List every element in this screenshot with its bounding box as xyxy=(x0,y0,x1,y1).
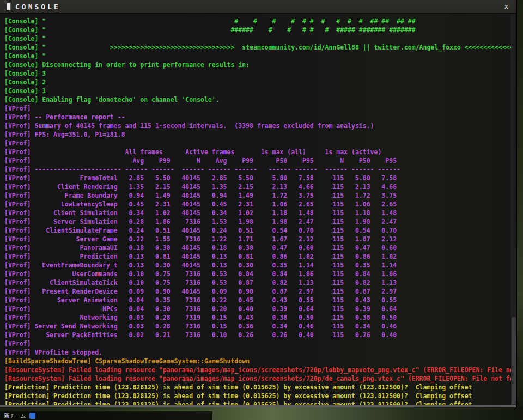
game-hud-bar: 新チーム xyxy=(0,411,212,420)
console-line: [VProf] xyxy=(4,339,511,348)
blue-square-icon xyxy=(29,413,35,419)
console-line: [Console] " # # # # # # # # # # ## ## ##… xyxy=(4,17,511,26)
scrollbar-thumb[interactable] xyxy=(512,317,516,404)
console-line: [VProf] PanoramaUI 0.18 0.38 40145 0.18 … xyxy=(4,244,511,252)
console-line: [Console] 1 xyxy=(4,87,511,95)
console-line: [Console] " ###### # # # # # ##### #####… xyxy=(4,26,511,34)
console-line: [VProf] Prediction 0.13 0.81 40145 0.13 … xyxy=(4,252,511,261)
console-line: [VProf] Server Animation 0.04 0.35 7316 … xyxy=(4,296,511,305)
console-line: [Prediction] Prediction time (123.828125… xyxy=(4,383,511,392)
console-line: [ResourceSystem] Failed loading resource… xyxy=(4,366,511,374)
console-line: [VProf] NPCs 0.04 0.30 7316 0.20 0.40 0.… xyxy=(4,305,511,313)
console-line: [VProf] VProfLite stopped. xyxy=(4,348,511,357)
console-line: [VProf] EventFrameBoundary_t 0.13 0.30 4… xyxy=(4,261,511,270)
console-line: [BuildSparseShadowTree] CSparseShadowTre… xyxy=(4,357,511,366)
console-line: [Console] " xyxy=(4,52,511,60)
console-line: [VProf] Server Send Networking 0.03 0.28… xyxy=(4,322,511,331)
console-line: [Console] " xyxy=(4,34,511,43)
console-line: [Console] 3 xyxy=(4,69,511,78)
console-line: [VProf] Frame Boundary 0.94 1.49 40145 0… xyxy=(4,191,511,200)
console-line: [VProf] xyxy=(4,104,511,113)
console-line: [VProf] Server Simulation 0.28 1.86 7316… xyxy=(4,217,511,226)
console-line: [VProf] Server Game 0.22 1.55 7316 1.22 … xyxy=(4,235,511,244)
console-line: [VProf] Client Simulation 0.34 1.02 4014… xyxy=(4,209,511,217)
console-line: [VProf] Client Rendering 1.35 2.15 40145… xyxy=(4,182,511,191)
console-line: [Prediction] Prediction time (123.828125… xyxy=(4,400,511,405)
console-line: [Console] 2 xyxy=(4,78,511,87)
console-title: CONSOLE xyxy=(15,3,60,11)
console-line: [Console] Disconnecting in order to prin… xyxy=(4,60,511,69)
console-line: [VProf] -- Performance report -- xyxy=(4,113,511,121)
console-line: [VProf] UserCommands 0.10 0.75 7316 0.53… xyxy=(4,270,511,278)
console-window: CONSOLE x [Console] " # # # # # # # # # … xyxy=(0,0,517,407)
console-line: [VProf] Present_RenderDevice 0.09 0.90 4… xyxy=(4,287,511,296)
console-line: [ResourceSystem] Failed loading resource… xyxy=(4,374,511,383)
console-scrollbar[interactable] xyxy=(511,14,516,405)
game-hud-text: 新チーム xyxy=(4,412,26,420)
console-line: [VProf] ClientSimulateFrame 0.24 0.51 40… xyxy=(4,226,511,235)
console-line: [VProf] xyxy=(4,139,511,148)
console-bottom-edge xyxy=(0,405,516,407)
console-line: [VProf] Summary of 40145 frames and 115 … xyxy=(4,121,511,130)
console-icon xyxy=(7,3,11,10)
game-background: 新チーム xyxy=(0,406,523,420)
console-line: [Console] " >>>>>>>>>>>>>>>>>>>>>>>>>>>>… xyxy=(4,43,511,52)
console-line: [VProf] FPS: Avg=351.0, P1=181.8 xyxy=(4,130,511,139)
console-line: [VProf] LowLatencySleep 0.45 2.31 40145 … xyxy=(4,200,511,209)
console-line: [Console] Enabling flag 'donotecho' on c… xyxy=(4,95,511,104)
console-titlebar[interactable]: CONSOLE x xyxy=(0,0,516,14)
close-button[interactable]: x xyxy=(503,3,510,10)
console-line: [VProf] ClientSimulateTick 0.10 0.75 731… xyxy=(4,278,511,287)
console-line: [VProf] Networking 0.03 0.28 7319 0.15 0… xyxy=(4,313,511,322)
console-line: [VProf] Server PackEntities 0.02 0.21 73… xyxy=(4,331,511,339)
console-line: [VProf] ----------------------- ------ -… xyxy=(4,165,511,174)
console-line: [Prediction] Prediction time (123.828125… xyxy=(4,392,511,400)
console-output[interactable]: [Console] " # # # # # # # # # # ## ## ##… xyxy=(0,14,511,405)
console-line: [VProf] Avg P99 N Avg P99 P50 P95 N P50 … xyxy=(4,156,511,165)
console-line: [VProf] FrameTotal 2.85 5.50 40145 2.85 … xyxy=(4,174,511,182)
console-line: [VProf] All frames Active frames 1s max … xyxy=(4,148,511,156)
